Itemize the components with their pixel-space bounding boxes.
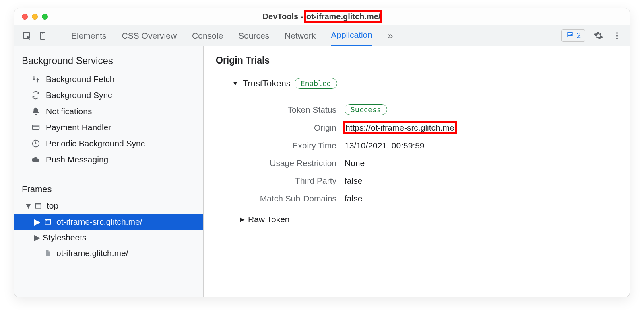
row-origin: Origin https://ot-iframe-src.glitch.me xyxy=(240,119,617,137)
window-title-prefix: DevTools - xyxy=(263,12,305,21)
bell-icon xyxy=(31,106,41,117)
background-fetch-icon xyxy=(31,74,41,84)
window-title: DevTools - ot-iframe.glitch.me/ xyxy=(14,12,630,21)
inspect-element-icon[interactable] xyxy=(22,31,32,41)
sidebar-item-label: Push Messaging xyxy=(46,155,108,164)
console-messages-badge[interactable]: 2 xyxy=(561,29,585,42)
devtools-window: DevTools - ot-iframe.glitch.me/ Elements… xyxy=(14,8,630,297)
sidebar-item-push-messaging[interactable]: Push Messaging xyxy=(14,152,203,168)
traffic-lights xyxy=(14,14,48,20)
disclosure-right-icon[interactable]: ▶ xyxy=(34,233,39,242)
minimize-window-button[interactable] xyxy=(32,14,38,20)
raw-token-row[interactable]: ▶ Raw Token xyxy=(240,215,617,224)
sidebar-item-payment-handler[interactable]: Payment Handler xyxy=(14,119,203,135)
value-third-party: false xyxy=(345,176,362,186)
tab-network[interactable]: Network xyxy=(285,25,316,46)
disclosure-right-icon[interactable]: ▶ xyxy=(240,216,245,223)
disclosure-spacer xyxy=(34,248,39,258)
application-sidebar: Background Services Background Fetch Bac… xyxy=(14,46,204,297)
sidebar-divider xyxy=(14,175,203,175)
svg-point-7 xyxy=(616,38,618,39)
iframe-icon xyxy=(43,217,53,227)
background-services-heading: Background Services xyxy=(14,46,203,70)
trial-status-pill: Enabled xyxy=(295,78,337,89)
panel-tabs: Elements CSS Overview Console Sources Ne… xyxy=(62,25,393,46)
svg-rect-3 xyxy=(568,33,572,34)
svg-rect-8 xyxy=(33,125,39,130)
sidebar-item-label: Periodic Background Sync xyxy=(46,139,145,148)
svg-rect-11 xyxy=(35,203,41,208)
frame-top[interactable]: ▼ top xyxy=(14,198,203,214)
message-icon xyxy=(566,31,574,41)
origin-trials-heading: Origin Trials xyxy=(216,55,617,66)
frames-heading: Frames xyxy=(14,178,203,198)
frames-tree: ▼ top ▶ ot-iframe-src.glitch.me/ ▶ Style… xyxy=(14,198,203,261)
main-toolbar: Elements CSS Overview Console Sources Ne… xyxy=(14,25,630,46)
resource-file[interactable]: ot-iframe.glitch.me/ xyxy=(14,245,203,261)
label-third-party: Third Party xyxy=(240,176,345,186)
file-icon xyxy=(43,248,53,258)
background-sync-icon xyxy=(31,90,41,100)
main-panel: Origin Trials ▼ TrustTokens Enabled Toke… xyxy=(204,46,630,297)
frame-label: top xyxy=(47,201,58,211)
raw-token-label: Raw Token xyxy=(248,215,290,224)
label-token-status: Token Status xyxy=(240,105,345,115)
svg-rect-4 xyxy=(568,34,571,35)
trial-name: TrustTokens xyxy=(243,78,291,89)
row-subdomains: Match Sub-Domains false xyxy=(240,190,617,207)
value-token-status: Success xyxy=(345,104,387,115)
svg-point-5 xyxy=(616,32,618,34)
sidebar-item-notifications[interactable]: Notifications xyxy=(14,103,203,119)
sidebar-item-label: Background Fetch xyxy=(46,74,114,84)
content-area: Background Services Background Fetch Bac… xyxy=(14,46,630,297)
disclosure-right-icon[interactable]: ▶ xyxy=(34,217,39,227)
close-window-button[interactable] xyxy=(22,14,28,20)
tab-elements[interactable]: Elements xyxy=(71,25,107,46)
kebab-menu-icon[interactable] xyxy=(612,31,622,41)
sidebar-item-label: Notifications xyxy=(46,107,92,116)
resource-file-label: ot-iframe.glitch.me/ xyxy=(56,248,128,258)
row-token-status: Token Status Success xyxy=(240,100,617,119)
frame-label: ot-iframe-src.glitch.me/ xyxy=(56,217,142,227)
device-toolbar-icon[interactable] xyxy=(38,31,48,41)
trial-details-table: Token Status Success Origin https://ot-i… xyxy=(240,100,617,207)
sidebar-item-background-fetch[interactable]: Background Fetch xyxy=(14,71,203,87)
tab-sources[interactable]: Sources xyxy=(238,25,269,46)
value-expiry: 13/10/2021, 00:59:59 xyxy=(345,141,425,150)
disclosure-down-icon[interactable]: ▼ xyxy=(24,201,30,211)
sidebar-item-periodic-sync[interactable]: Periodic Background Sync xyxy=(14,135,203,152)
label-expiry: Expiry Time xyxy=(240,141,345,150)
background-services-list: Background Fetch Background Sync Notific… xyxy=(14,70,203,172)
svg-point-6 xyxy=(616,35,618,37)
disclosure-down-icon[interactable]: ▼ xyxy=(232,80,239,88)
sidebar-item-label: Payment Handler xyxy=(46,123,111,132)
row-usage: Usage Restriction None xyxy=(240,154,617,172)
stylesheets-label: Stylesheets xyxy=(43,233,87,242)
stylesheets-node[interactable]: ▶ Stylesheets xyxy=(14,230,203,245)
tab-application[interactable]: Application xyxy=(331,25,372,46)
trial-row[interactable]: ▼ TrustTokens Enabled xyxy=(232,78,617,89)
value-origin: https://ot-iframe-src.glitch.me xyxy=(345,123,455,132)
label-usage: Usage Restriction xyxy=(240,158,345,168)
row-expiry: Expiry Time 13/10/2021, 00:59:59 xyxy=(240,137,617,154)
cloud-icon xyxy=(31,154,41,165)
credit-card-icon xyxy=(31,122,41,133)
sidebar-item-label: Background Sync xyxy=(46,90,112,100)
svg-rect-13 xyxy=(45,219,50,224)
window-title-url: ot-iframe.glitch.me/ xyxy=(305,11,381,22)
value-usage: None xyxy=(345,158,365,168)
tab-console[interactable]: Console xyxy=(192,25,223,46)
frame-iframe-selected[interactable]: ▶ ot-iframe-src.glitch.me/ xyxy=(14,214,203,230)
zoom-window-button[interactable] xyxy=(42,14,48,20)
label-subdomains: Match Sub-Domains xyxy=(240,194,345,203)
message-count: 2 xyxy=(576,31,581,40)
toolbar-divider xyxy=(54,30,54,41)
sidebar-item-background-sync[interactable]: Background Sync xyxy=(14,87,203,103)
label-origin: Origin xyxy=(240,123,345,133)
tab-css-overview[interactable]: CSS Overview xyxy=(122,25,177,46)
titlebar: DevTools - ot-iframe.glitch.me/ xyxy=(14,8,630,25)
frame-icon xyxy=(33,201,43,211)
more-tabs-icon[interactable]: » xyxy=(388,30,393,41)
value-subdomains: false xyxy=(345,194,362,203)
settings-icon[interactable] xyxy=(593,31,604,41)
